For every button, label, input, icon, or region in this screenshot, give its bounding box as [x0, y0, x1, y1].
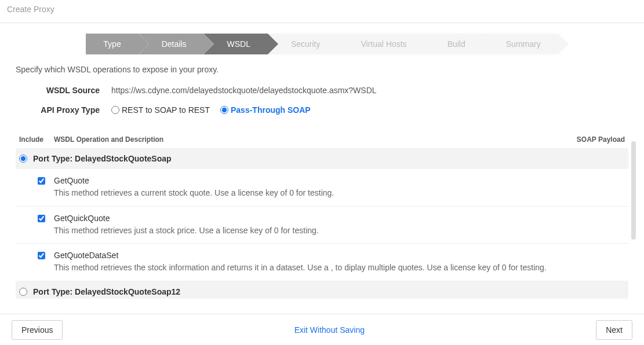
op-content: GetQuickQuote This method retrieves just… [54, 214, 625, 237]
op-checkbox-cell [19, 176, 54, 199]
step-summary[interactable]: Summary [483, 34, 558, 54]
operations-table: Include WSDL Operation and Description S… [0, 131, 644, 299]
wizard-steps: Type Details WSDL Security Virtual Hosts… [0, 34, 644, 54]
radio-rest-to-soap[interactable]: REST to SOAP to REST [111, 105, 210, 115]
table-header-row: Include WSDL Operation and Description S… [16, 131, 628, 148]
checkbox-getquotedataset[interactable] [38, 252, 45, 259]
step-security[interactable]: Security [268, 34, 338, 54]
op-row-getquickquote: GetQuickQuote This method retrieves just… [16, 207, 628, 244]
op-desc-getquote: This method retrieves a current stock qu… [54, 188, 625, 199]
op-content: GetQuoteDataSet This method retrieves th… [54, 251, 625, 274]
instruction-text: Specify which WSDL operations to expose … [0, 65, 644, 74]
proxy-type-label: API Proxy Type [16, 105, 111, 115]
step-type[interactable]: Type [86, 34, 138, 54]
page-header: Create Proxy [0, 0, 644, 23]
op-row-getquotedataset: GetQuoteDataSet This method retrieves th… [16, 244, 628, 281]
radio-rest-to-soap-label: REST to SOAP to REST [122, 105, 210, 115]
port-label-soap: Port Type: DelayedStockQuoteSoap [33, 154, 172, 163]
op-name-getquotedataset: GetQuoteDataSet [54, 251, 625, 260]
port-label-soap12: Port Type: DelayedStockQuoteSoap12 [33, 287, 180, 296]
footer: Previous Exit Without Saving Next [0, 314, 644, 345]
op-content: GetQuote This method retrieves a current… [54, 176, 625, 199]
op-checkbox-cell [19, 251, 54, 274]
step-virtual-hosts[interactable]: Virtual Hosts [338, 34, 424, 54]
wsdl-source-label: WSDL Source [16, 86, 111, 95]
wsdl-source-value: https://ws.cdyne.com/delayedstockquote/d… [111, 86, 377, 95]
port-radio-soap[interactable] [19, 155, 27, 163]
proxy-type-row: API Proxy Type REST to SOAP to REST Pass… [16, 105, 628, 115]
proxy-type-radio-group: REST to SOAP to REST Pass-Through SOAP [111, 105, 311, 115]
previous-button[interactable]: Previous [12, 320, 63, 340]
form-section: WSDL Source https://ws.cdyne.com/delayed… [0, 74, 644, 131]
radio-pass-through-input[interactable] [220, 106, 228, 114]
header-include: Include [19, 135, 54, 144]
scrollbar[interactable] [631, 141, 636, 240]
wsdl-source-row: WSDL Source https://ws.cdyne.com/delayed… [16, 86, 628, 95]
op-desc-getquickquote: This method retrieves just a stock price… [54, 225, 625, 237]
port-radio-soap12[interactable] [19, 288, 27, 296]
radio-pass-through[interactable]: Pass-Through SOAP [220, 105, 311, 115]
port-row-soap[interactable]: Port Type: DelayedStockQuoteSoap [16, 148, 628, 169]
op-row-getquote: GetQuote This method retrieves a current… [16, 169, 628, 207]
op-desc-getquotedataset: This method retrieves the stock informat… [54, 262, 625, 274]
exit-link[interactable]: Exit Without Saving [294, 325, 365, 335]
port-row-soap12[interactable]: Port Type: DelayedStockQuoteSoap12 [16, 281, 628, 299]
footer-center: Exit Without Saving [63, 325, 596, 335]
header-operation: WSDL Operation and Description [54, 135, 561, 144]
header-soap: SOAP Payload [561, 135, 625, 144]
next-button[interactable]: Next [596, 320, 632, 340]
op-checkbox-cell [19, 214, 54, 237]
checkbox-getquote[interactable] [38, 177, 45, 185]
checkbox-getquickquote[interactable] [38, 215, 45, 222]
radio-pass-through-label: Pass-Through SOAP [231, 105, 311, 115]
op-name-getquote: GetQuote [54, 176, 625, 185]
op-name-getquickquote: GetQuickQuote [54, 214, 625, 223]
radio-rest-to-soap-input[interactable] [111, 106, 119, 114]
page-title: Create Proxy [7, 5, 54, 14]
